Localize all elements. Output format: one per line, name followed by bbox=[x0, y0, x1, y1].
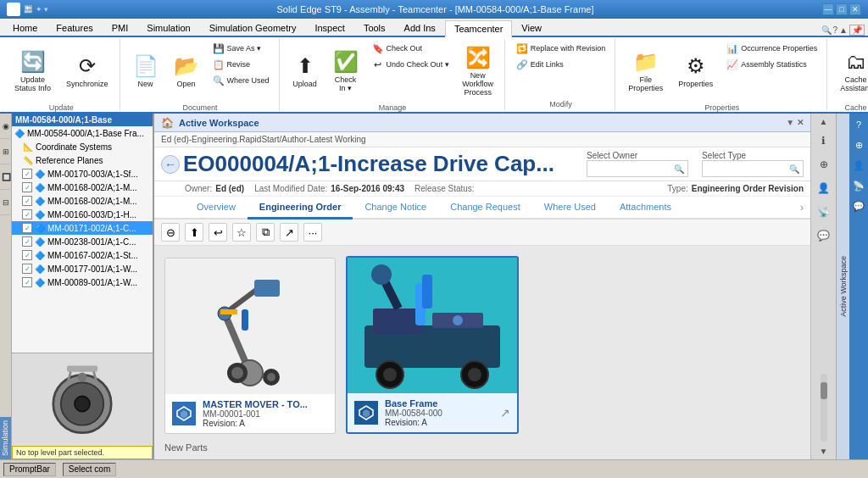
tab-tools[interactable]: Tools bbox=[354, 19, 395, 36]
select-type-input[interactable]: 🔍 bbox=[702, 160, 804, 177]
active-workspace-sidebar[interactable]: Active Workspace bbox=[836, 114, 849, 459]
where-used-ribbon-btn[interactable]: 🔍 Where Used bbox=[209, 73, 274, 88]
edge-icon-4[interactable]: ⊟ bbox=[0, 190, 12, 215]
maximize-btn[interactable]: □ bbox=[836, 3, 848, 15]
ribbon-help[interactable]: ? bbox=[833, 25, 838, 35]
tab-view[interactable]: View bbox=[512, 19, 551, 36]
check-in-btn[interactable]: ✅ CheckIn ▾ bbox=[327, 41, 364, 102]
checkbox-10[interactable]: ✓ bbox=[22, 264, 32, 274]
occurrence-props-btn[interactable]: 📊 Occurrence Properties bbox=[722, 41, 821, 56]
far-right-btn-3[interactable]: 👤 bbox=[851, 158, 866, 173]
tab-attachments[interactable]: Attachments bbox=[608, 197, 683, 220]
check-out-btn[interactable]: 🔖 Check Out bbox=[368, 41, 453, 56]
tree-item-7[interactable]: ✓ 🔷 MM-00171-002/A;1-C... bbox=[12, 221, 153, 235]
tab-engineering-order[interactable]: Engineering Order bbox=[248, 197, 353, 220]
undo-check-out-btn[interactable]: ↩ Undo Check Out ▾ bbox=[368, 57, 453, 72]
assembly-stats-btn[interactable]: 📈 Assembly Statistics bbox=[722, 57, 821, 72]
tab-sim-geometry[interactable]: Simulation Geometry bbox=[200, 19, 306, 36]
far-right-btn-1[interactable]: ? bbox=[851, 117, 866, 132]
toolbar-share-btn[interactable]: ↗ bbox=[280, 223, 298, 242]
checkbox-3[interactable]: ✓ bbox=[22, 169, 32, 179]
close-btn[interactable]: ✕ bbox=[849, 3, 861, 15]
chat-btn[interactable]: 💬 bbox=[815, 226, 833, 245]
tab-change-notice[interactable]: Change Notice bbox=[353, 197, 438, 220]
save-as-btn[interactable]: 💾 Save As ▾ bbox=[209, 41, 274, 56]
tab-features[interactable]: Features bbox=[47, 19, 102, 36]
workspace-controls[interactable]: ▼ ✕ bbox=[786, 118, 804, 127]
edge-icon-1[interactable]: ◉ bbox=[0, 114, 12, 139]
tree-item-3[interactable]: ✓ 🔷 MM-00170-003/A;1-Sf... bbox=[12, 167, 153, 181]
tab-teamcenter[interactable]: Teamcenter bbox=[445, 20, 512, 37]
far-right-btn-4[interactable]: 📡 bbox=[851, 178, 866, 193]
tree-item-6[interactable]: ✓ 🔷 MM-00160-003/D;1-H... bbox=[12, 208, 153, 221]
tab-simulation[interactable]: Simulation bbox=[137, 19, 199, 36]
upload-btn[interactable]: ⬆ Upload bbox=[287, 41, 324, 102]
tree-item-8[interactable]: ✓ 🔷 MM-00238-001/A;1-C... bbox=[12, 235, 153, 248]
revise-btn[interactable]: 📋 Revise bbox=[209, 57, 274, 72]
checkbox-9[interactable]: ✓ bbox=[22, 250, 32, 260]
ribbon-search[interactable]: 🔍 bbox=[821, 25, 832, 35]
edge-icon-2[interactable]: ⊞ bbox=[0, 139, 12, 164]
select-owner-input[interactable]: 🔍 bbox=[587, 160, 688, 177]
toolbar-upload-btn[interactable]: ⬆ bbox=[185, 223, 203, 242]
tab-inspect[interactable]: Inspect bbox=[305, 19, 353, 36]
tab-change-request[interactable]: Change Request bbox=[438, 197, 532, 220]
scroll-track[interactable] bbox=[821, 374, 827, 442]
signal-btn[interactable]: 📡 bbox=[815, 203, 833, 221]
tree-item-9[interactable]: ✓ 🔷 MM-00167-002/A;1-St... bbox=[12, 248, 153, 262]
tree-item-4[interactable]: ✓ 🔷 MM-00168-002/A;1-M... bbox=[12, 181, 153, 194]
synchronize-btn[interactable]: ⟳ Synchronize bbox=[60, 41, 114, 102]
nav-chevron[interactable]: › bbox=[800, 202, 804, 214]
card-master-mover[interactable]: MASTER MOVER - TO... MM-00001-001 Revisi… bbox=[164, 258, 336, 434]
edit-links-btn[interactable]: 🔗 Edit Links bbox=[512, 57, 610, 72]
plus-btn[interactable]: ⊕ bbox=[815, 155, 833, 174]
back-btn[interactable]: ← bbox=[161, 155, 180, 174]
properties-btn[interactable]: ⚙ Properties bbox=[672, 41, 719, 102]
tab-pmi[interactable]: PMI bbox=[103, 19, 138, 36]
new-btn[interactable]: 📄 New bbox=[127, 41, 164, 102]
tab-add-ins[interactable]: Add Ins bbox=[395, 19, 445, 36]
cache-assistant-btn[interactable]: 🗂 CacheAssistant bbox=[834, 41, 868, 102]
scroll-thumb[interactable] bbox=[821, 382, 827, 399]
tree-item-10[interactable]: ✓ 🔷 MM-00177-001/A;1-W... bbox=[12, 262, 153, 275]
checkbox-8[interactable]: ✓ bbox=[22, 236, 32, 247]
toolbar-copy-btn[interactable]: ⧉ bbox=[256, 223, 275, 242]
checkbox-6[interactable]: ✓ bbox=[22, 209, 32, 220]
toolbar-minus-btn[interactable]: ⊖ bbox=[161, 223, 180, 242]
info-btn[interactable]: ℹ bbox=[815, 131, 833, 150]
toolbar-more-btn[interactable]: ··· bbox=[303, 223, 322, 242]
new-workflow-btn[interactable]: 🔀 New Workflow Process bbox=[457, 41, 499, 102]
checkbox-5[interactable]: ✓ bbox=[22, 196, 32, 206]
tab-overview[interactable]: Overview bbox=[185, 197, 248, 220]
replace-revision-btn[interactable]: 🔁 Replace with Revision bbox=[512, 41, 610, 56]
simulation-tab[interactable]: Simulation bbox=[0, 417, 11, 459]
update-status-btn[interactable]: 🔄 UpdateStatus Info bbox=[8, 41, 57, 102]
ribbon-pin[interactable]: 📌 bbox=[849, 25, 865, 36]
checkbox-7[interactable]: ✓ bbox=[22, 223, 32, 233]
ribbon-collapse[interactable]: ▲ bbox=[839, 25, 848, 35]
toolbar-star-btn[interactable]: ☆ bbox=[232, 223, 251, 242]
tab-where-used[interactable]: Where Used bbox=[532, 197, 608, 220]
tree-item-0[interactable]: 🔷 MM-00584-000/A;1-Base Fra... bbox=[12, 126, 153, 140]
scroll-down-btn[interactable]: ▼ bbox=[820, 447, 828, 456]
home-icon[interactable]: 🏠 bbox=[161, 117, 174, 129]
tree-item-2[interactable]: 📏 Reference Planes bbox=[12, 153, 153, 167]
checkbox-4[interactable]: ✓ bbox=[22, 182, 32, 192]
scroll-up-btn[interactable]: ▲ bbox=[820, 117, 828, 126]
user-btn[interactable]: 👤 bbox=[815, 179, 833, 197]
toolbar-undo-btn[interactable]: ↩ bbox=[209, 223, 227, 242]
tab-home[interactable]: Home bbox=[3, 19, 47, 36]
card-base-frame[interactable]: Base Frame MM-00584-000 Revision: A ↗ bbox=[346, 256, 519, 434]
card-base-frame-action[interactable]: ↗ bbox=[500, 406, 510, 420]
minimize-btn[interactable]: — bbox=[822, 3, 834, 15]
edge-icon-3[interactable]: 🔲 bbox=[0, 164, 12, 190]
far-right-btn-5[interactable]: 💬 bbox=[851, 198, 866, 214]
checkbox-11[interactable]: ✓ bbox=[22, 277, 32, 287]
window-controls[interactable]: — □ ✕ bbox=[822, 3, 861, 15]
tree-item-1[interactable]: 📐 Coordinate Systems bbox=[12, 140, 153, 153]
open-btn[interactable]: 📂 Open bbox=[168, 41, 205, 102]
tree-item-5[interactable]: ✓ 🔷 MM-00168-002/A;1-M... bbox=[12, 194, 153, 208]
file-properties-btn[interactable]: 📁 FileProperties bbox=[622, 41, 669, 102]
far-right-btn-2[interactable]: ⊕ bbox=[851, 137, 866, 153]
tree-item-11[interactable]: ✓ 🔷 MM-00089-001/A;1-W... bbox=[12, 275, 153, 289]
